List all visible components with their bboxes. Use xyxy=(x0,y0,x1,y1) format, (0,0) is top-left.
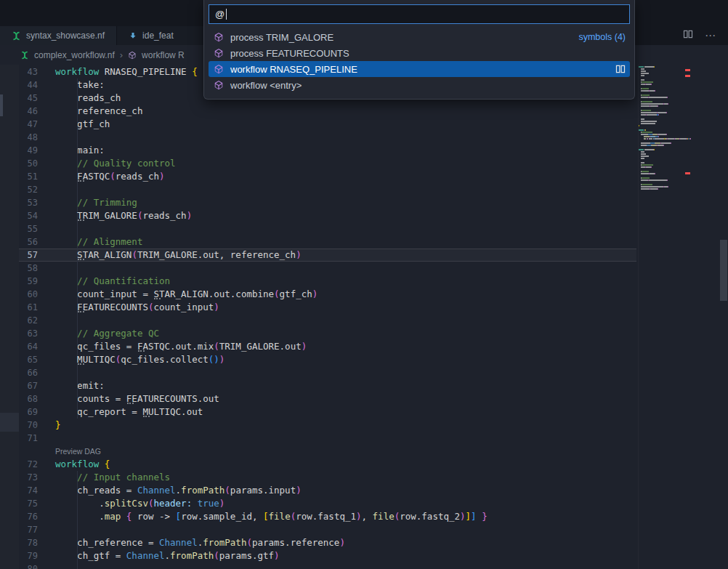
code-line[interactable]: 46 reference_ch xyxy=(19,105,636,118)
quick-open-item[interactable]: workflow <entry> xyxy=(209,77,630,93)
code-text[interactable]: // Aggregate QC xyxy=(55,327,636,340)
code-line[interactable]: 75 .splitCsv(header: true) xyxy=(19,497,636,510)
code-text[interactable] xyxy=(55,262,636,275)
code-line[interactable]: 80 xyxy=(19,562,636,569)
code-line[interactable]: 54 TRIM_GALORE(reads_ch) xyxy=(19,209,636,222)
line-number[interactable]: 73 xyxy=(19,471,38,484)
code-text[interactable] xyxy=(55,222,636,235)
code-text[interactable] xyxy=(55,432,636,445)
code-line[interactable]: 58 xyxy=(19,262,636,275)
code-text[interactable]: .map { row -> [row.sample_id, [file(row.… xyxy=(55,510,636,523)
code-text[interactable] xyxy=(55,562,636,569)
line-number[interactable]: 63 xyxy=(19,327,38,340)
code-text[interactable]: qc_report = MULTIQC.out xyxy=(55,405,636,419)
code-line[interactable]: 56 // Alignment xyxy=(19,235,636,249)
line-number[interactable]: 65 xyxy=(19,353,38,366)
code-line[interactable]: 60 count_input = STAR_ALIGN.out.combine(… xyxy=(19,288,636,301)
code-line[interactable]: 70} xyxy=(19,419,636,432)
line-number[interactable]: 50 xyxy=(19,157,38,170)
symbols-count-link[interactable]: symbols (4) xyxy=(578,32,626,42)
line-number[interactable]: 56 xyxy=(19,235,38,249)
code-text[interactable]: // Input channels xyxy=(55,471,636,484)
line-number[interactable]: 48 xyxy=(19,131,38,144)
code-text[interactable] xyxy=(55,183,636,196)
code-text[interactable]: emit: xyxy=(55,379,636,392)
code-line[interactable]: 77 xyxy=(19,523,636,536)
code-line[interactable]: 63 // Aggregate QC xyxy=(19,327,636,340)
code-text[interactable] xyxy=(55,314,636,327)
line-number[interactable]: 49 xyxy=(19,144,38,157)
code-line[interactable]: 62 xyxy=(19,314,636,327)
code-line[interactable]: 48 xyxy=(19,131,636,144)
line-number[interactable]: 51 xyxy=(19,170,38,183)
line-number[interactable]: 59 xyxy=(19,275,38,288)
line-number[interactable]: 58 xyxy=(19,262,38,275)
line-number[interactable]: 76 xyxy=(19,510,38,523)
line-number[interactable]: 80 xyxy=(19,562,38,569)
code-line[interactable]: 53 // Trimming xyxy=(19,196,636,209)
line-number[interactable]: 75 xyxy=(19,497,38,510)
code-text[interactable]: TRIM_GALORE(reads_ch) xyxy=(55,209,636,222)
line-number[interactable]: 46 xyxy=(19,105,38,118)
code-text[interactable] xyxy=(55,131,636,144)
quick-open-input[interactable]: @ xyxy=(209,4,630,24)
code-text[interactable]: workflow { xyxy=(55,458,636,471)
code-line[interactable]: 69 qc_report = MULTIQC.out xyxy=(19,405,636,419)
line-number[interactable]: 66 xyxy=(19,366,38,379)
line-number[interactable]: 71 xyxy=(19,432,38,445)
line-number[interactable]: 54 xyxy=(19,209,38,222)
code-text[interactable] xyxy=(55,366,636,379)
line-number[interactable]: 64 xyxy=(19,340,38,353)
code-text[interactable]: FASTQC(reads_ch) xyxy=(55,170,636,183)
code-text[interactable]: count_input = STAR_ALIGN.out.combine(gtf… xyxy=(55,288,636,301)
code-text[interactable]: main: xyxy=(55,144,636,157)
line-number[interactable]: 62 xyxy=(19,314,38,327)
code-line[interactable]: 74 ch_reads = Channel.fromPath(params.in… xyxy=(19,484,636,497)
line-number[interactable]: 74 xyxy=(19,484,38,497)
minimap[interactable] xyxy=(638,65,692,569)
line-number[interactable]: 47 xyxy=(19,118,38,131)
code-line[interactable]: 78 ch_reference = Channel.fromPath(param… xyxy=(19,536,636,549)
codelens-link[interactable]: Preview DAG xyxy=(55,445,101,458)
code-line[interactable]: 50 // Quality control xyxy=(19,157,636,170)
code-area[interactable]: 43workflow RNASEQ_PIPELINE {44 take:45 r… xyxy=(19,65,636,569)
tab-syntax-showcase[interactable]: syntax_showcase.nf xyxy=(0,26,117,45)
code-line[interactable]: 68 counts = FEATURECOUNTS.out xyxy=(19,392,636,405)
line-number[interactable]: 78 xyxy=(19,536,38,549)
code-line[interactable]: 55 xyxy=(19,222,636,235)
line-number[interactable]: 44 xyxy=(19,78,38,92)
code-text[interactable] xyxy=(55,523,636,536)
code-line[interactable]: 79 ch_gtf = Channel.fromPath(params.gtf) xyxy=(19,549,636,562)
code-line[interactable]: 67 emit: xyxy=(19,379,636,392)
code-line[interactable]: 47 gtf_ch xyxy=(19,118,636,131)
line-number[interactable]: 57 xyxy=(19,249,38,262)
code-line[interactable]: 71 xyxy=(19,432,636,445)
code-line[interactable]: 72workflow { xyxy=(19,458,636,471)
line-number[interactable]: 70 xyxy=(19,419,38,432)
code-text[interactable]: reference_ch xyxy=(55,105,636,118)
line-number[interactable]: 53 xyxy=(19,196,38,209)
breadcrumb-symbol[interactable]: workflow R xyxy=(142,50,185,60)
code-line[interactable]: 49 main: xyxy=(19,144,636,157)
line-number[interactable]: 52 xyxy=(19,183,38,196)
code-text[interactable]: .splitCsv(header: true) xyxy=(55,497,636,510)
code-line[interactable]: 66 xyxy=(19,366,636,379)
line-number[interactable]: 77 xyxy=(19,523,38,536)
code-text[interactable]: // Alignment xyxy=(55,235,636,249)
line-number[interactable]: 61 xyxy=(19,301,38,314)
line-number[interactable]: 72 xyxy=(19,458,38,471)
code-line[interactable]: 51 FASTQC(reads_ch) xyxy=(19,170,636,183)
code-text[interactable]: ch_gtf = Channel.fromPath(params.gtf) xyxy=(55,549,636,562)
code-text[interactable]: ch_reads = Channel.fromPath(params.input… xyxy=(55,484,636,497)
code-text[interactable]: gtf_ch xyxy=(55,118,636,131)
line-number[interactable]: 43 xyxy=(19,65,38,78)
split-editor-icon[interactable] xyxy=(683,29,693,42)
code-line[interactable]: 64 qc_files = FASTQC.out.mix(TRIM_GALORE… xyxy=(19,340,636,353)
line-number[interactable]: 79 xyxy=(19,549,38,562)
code-line[interactable]: 76 .map { row -> [row.sample_id, [file(r… xyxy=(19,510,636,523)
code-line[interactable]: 61 FEATURECOUNTS(count_input) xyxy=(19,301,636,314)
code-line[interactable]: 65 MULTIQC(qc_files.collect()) xyxy=(19,353,636,366)
code-text[interactable]: STAR_ALIGN(TRIM_GALORE.out, reference_ch… xyxy=(55,249,636,262)
code-line[interactable]: 57 STAR_ALIGN(TRIM_GALORE.out, reference… xyxy=(19,249,636,262)
code-text[interactable]: ch_reference = Channel.fromPath(params.r… xyxy=(55,536,636,549)
